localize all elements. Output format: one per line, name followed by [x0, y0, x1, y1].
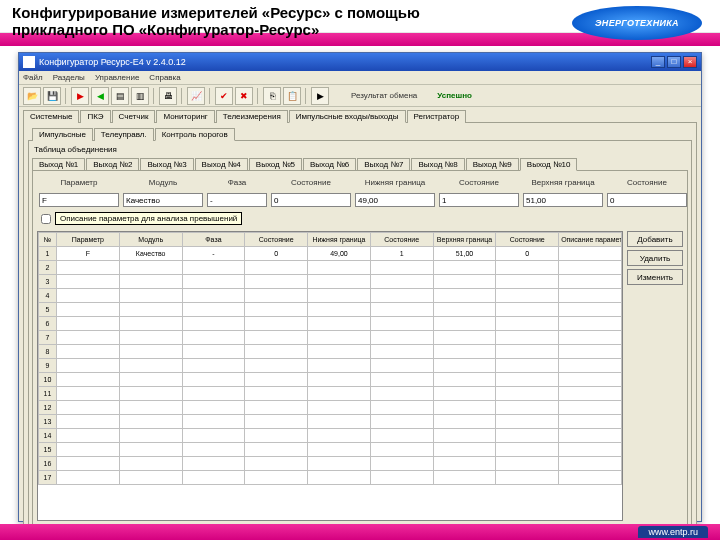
- tab-telemetry[interactable]: Телеизмерения: [216, 110, 288, 123]
- field-parameter[interactable]: [39, 193, 119, 207]
- table-row[interactable]: 16: [39, 457, 622, 471]
- tab-monitoring[interactable]: Мониторинг: [156, 110, 214, 123]
- menu-help[interactable]: Справка: [149, 73, 180, 82]
- field-phase[interactable]: [207, 193, 267, 207]
- ok-icon[interactable]: ✔: [215, 87, 233, 105]
- menu-sections[interactable]: Разделы: [53, 73, 85, 82]
- tooltip: Описание параметра для анализа превышени…: [55, 212, 242, 225]
- minimize-button[interactable]: _: [651, 56, 665, 68]
- field-module[interactable]: [123, 193, 203, 207]
- col-desc: Описание параметра: [559, 233, 622, 247]
- col-state1: Состояние: [245, 233, 308, 247]
- cancel-icon[interactable]: ✖: [235, 87, 253, 105]
- table-row[interactable]: 5: [39, 303, 622, 317]
- hdr-lower: Нижняя граница: [355, 178, 435, 187]
- hdr-state3: Состояние: [607, 178, 687, 187]
- tab-pke[interactable]: ПКЭ: [80, 110, 110, 123]
- tab-registrator[interactable]: Регистратор: [407, 110, 467, 123]
- maximize-button[interactable]: □: [667, 56, 681, 68]
- footer-url: www.entp.ru: [638, 526, 708, 538]
- app-icon: [23, 56, 35, 68]
- tab-system[interactable]: Системные: [23, 110, 79, 123]
- field-state2[interactable]: [439, 193, 519, 207]
- exchange-result-value: Успешно: [437, 91, 472, 100]
- col-num: №: [39, 233, 57, 247]
- tab-out10[interactable]: Выход №10: [520, 158, 578, 171]
- table-row[interactable]: 14: [39, 429, 622, 443]
- hdr-parameter: Параметр: [39, 178, 119, 187]
- delete-button[interactable]: Удалить: [627, 250, 683, 266]
- menu-control[interactable]: Управление: [95, 73, 139, 82]
- col-lower: Нижняя граница: [308, 233, 371, 247]
- param-description-checkbox[interactable]: [41, 214, 51, 224]
- hdr-state2: Состояние: [439, 178, 519, 187]
- table-row[interactable]: 8: [39, 345, 622, 359]
- table-row[interactable]: 7: [39, 331, 622, 345]
- doc1-icon[interactable]: ▤: [111, 87, 129, 105]
- doc2-icon[interactable]: ▥: [131, 87, 149, 105]
- table-row[interactable]: 9: [39, 359, 622, 373]
- table-row[interactable]: 4: [39, 289, 622, 303]
- params-grid[interactable]: № Параметр Модуль Фаза Состояние Нижняя …: [37, 231, 623, 521]
- col-phase: Фаза: [182, 233, 245, 247]
- tab-counter[interactable]: Счетчик: [112, 110, 156, 123]
- table-row[interactable]: 6: [39, 317, 622, 331]
- table-row[interactable]: 10: [39, 373, 622, 387]
- field-upper[interactable]: [523, 193, 603, 207]
- table-row[interactable]: 11: [39, 387, 622, 401]
- apply-button[interactable]: Изменить: [627, 269, 683, 285]
- run-icon[interactable]: ▶: [311, 87, 329, 105]
- col-param: Параметр: [57, 233, 120, 247]
- toolbar: 📂 💾 ▶ ◀ ▤ ▥ 🖶 📈 ✔ ✖ ⎘ 📋 ▶ Результат обме…: [19, 85, 701, 107]
- window-title: Конфигуратор Ресурс-E4 v 2.4.0.12: [39, 57, 186, 67]
- download-icon[interactable]: ▶: [71, 87, 89, 105]
- tabs-level2: Импульсные Телеуправл. Контроль порогов: [28, 125, 692, 140]
- print-icon[interactable]: 🖶: [159, 87, 177, 105]
- brand-logo: ЭНЕРГОТЕХНИКА: [572, 6, 702, 40]
- add-button[interactable]: Добавить: [627, 231, 683, 247]
- table-row[interactable]: 3: [39, 275, 622, 289]
- slide-title: Конфигурирование измерителей «Ресурс» с …: [12, 4, 432, 39]
- table-row[interactable]: 2: [39, 261, 622, 275]
- tabs-level3: Выход №1 Выход №2 Выход №3 Выход №4 Выхо…: [32, 155, 688, 170]
- menu-bar: Файл Разделы Управление Справка: [19, 71, 701, 85]
- open-icon[interactable]: 📂: [23, 87, 41, 105]
- tabs-level1: Системные ПКЭ Счетчик Мониторинг Телеизм…: [19, 107, 701, 122]
- hdr-module: Модуль: [123, 178, 203, 187]
- paste-icon[interactable]: 📋: [283, 87, 301, 105]
- field-state1[interactable]: [271, 193, 351, 207]
- table-row[interactable]: 1FКачество-049,00151,000: [39, 247, 622, 261]
- close-button[interactable]: ×: [683, 56, 697, 68]
- table-row[interactable]: 12: [39, 401, 622, 415]
- table-union-label: Таблица объединения: [32, 144, 688, 155]
- col-upper: Верхняя граница: [433, 233, 496, 247]
- col-state3: Состояние: [496, 233, 559, 247]
- app-window: Конфигуратор Ресурс-E4 v 2.4.0.12 _ □ × …: [18, 52, 702, 522]
- menu-file[interactable]: Файл: [23, 73, 43, 82]
- tab-telecontrol[interactable]: Телеуправл.: [94, 128, 154, 141]
- save-icon[interactable]: 💾: [43, 87, 61, 105]
- hdr-upper: Верхняя граница: [523, 178, 603, 187]
- field-state3[interactable]: [607, 193, 687, 207]
- exchange-result-label: Результат обмена: [351, 91, 417, 100]
- tab-impulse-io[interactable]: Импульсные входы/выходы: [289, 110, 406, 123]
- table-row[interactable]: 15: [39, 443, 622, 457]
- chart-icon[interactable]: 📈: [187, 87, 205, 105]
- copy-icon[interactable]: ⎘: [263, 87, 281, 105]
- col-module: Модуль: [119, 233, 182, 247]
- table-row[interactable]: 17: [39, 471, 622, 485]
- window-titlebar[interactable]: Конфигуратор Ресурс-E4 v 2.4.0.12 _ □ ×: [19, 53, 701, 71]
- tab-impulse[interactable]: Импульсные: [32, 128, 93, 141]
- table-row[interactable]: 13: [39, 415, 622, 429]
- field-lower[interactable]: [355, 193, 435, 207]
- upload-icon[interactable]: ◀: [91, 87, 109, 105]
- col-state2: Состояние: [370, 233, 433, 247]
- hdr-phase: Фаза: [207, 178, 267, 187]
- tab-thresholds[interactable]: Контроль порогов: [155, 128, 235, 141]
- hdr-state1: Состояние: [271, 178, 351, 187]
